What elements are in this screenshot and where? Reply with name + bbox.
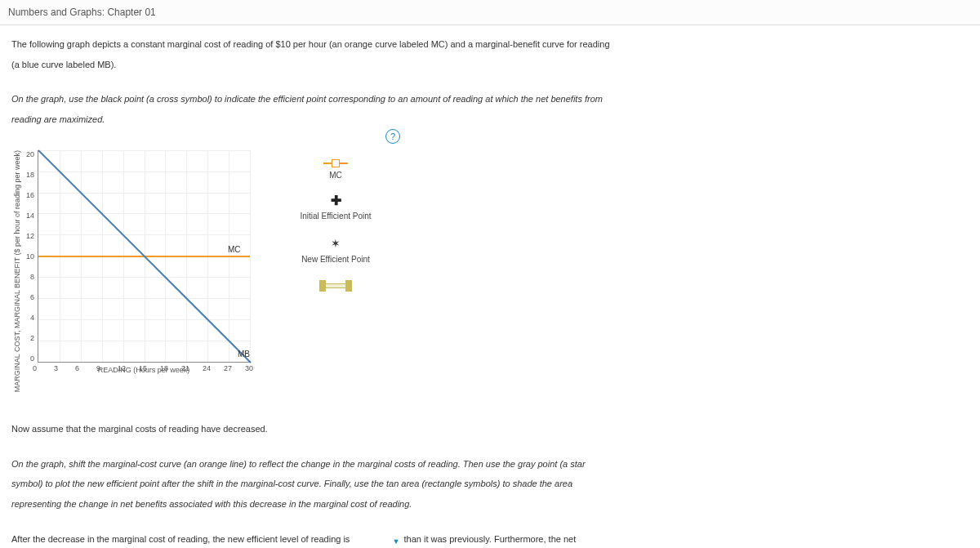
chart-legend: MC ✚ Initial Efficient Point ✶ New Effic… — [283, 157, 389, 310]
legend-initial-label: Initial Efficient Point — [283, 212, 389, 221]
instruction1-line2: reading are maximized. — [11, 112, 969, 127]
x-tick: 12 — [118, 364, 126, 372]
instruction2-line3: representing the change in net benefits … — [11, 497, 969, 512]
y-tick: 18 — [23, 171, 34, 179]
intro-line1: The following graph depicts a constant m… — [11, 37, 969, 52]
y-tick: 0 — [23, 354, 34, 363]
x-tick: 30 — [245, 364, 253, 372]
x-tick: 21 — [181, 364, 189, 372]
page-header: Numbers and Graphs: Chapter 01 — [0, 0, 980, 25]
x-tick: 18 — [160, 364, 168, 372]
mb-label: MB — [238, 350, 250, 359]
y-tick: 16 — [23, 191, 34, 199]
mid-text: Now assume that the marginal costs of re… — [11, 421, 969, 437]
help-icon[interactable]: ? — [385, 129, 400, 144]
cross-icon: ✚ — [331, 194, 341, 207]
legend-mc[interactable]: MC — [283, 157, 389, 180]
y-tick: 20 — [23, 150, 34, 158]
chart-plot[interactable]: MC MB — [38, 150, 250, 363]
x-tick: 15 — [139, 364, 147, 372]
rectangle-icon — [319, 280, 352, 292]
legend-new-label: New Efficient Point — [283, 255, 389, 264]
fill-prefix: After the decrease in the marginal cost … — [11, 534, 350, 544]
x-tick: 6 — [75, 364, 79, 372]
instruction2-line2: symbol) to plot the new efficient point … — [11, 476, 969, 492]
svg-line-0 — [38, 150, 251, 363]
instruction1-line1: On the graph, use the black point (a cro… — [11, 91, 969, 107]
y-tick: 10 — [23, 252, 34, 261]
content-area: The following graph depicts a constant m… — [0, 25, 980, 548]
x-tick: 24 — [203, 364, 211, 372]
y-tick: 2 — [23, 334, 34, 342]
page-title: Numbers and Graphs: Chapter 01 — [8, 7, 972, 18]
intro-line2: (a blue curve labeled MB). — [11, 57, 969, 73]
y-tick: 6 — [23, 293, 34, 301]
x-tick: 3 — [54, 364, 58, 372]
chart-wrap: MARGINAL COST, MARGINAL BENEFIT ($ per h… — [11, 150, 250, 392]
chevron-down-icon: ▼ — [393, 536, 400, 548]
y-axis-label: MARGINAL COST, MARGINAL BENEFIT ($ per h… — [11, 150, 23, 392]
y-tick: 8 — [23, 273, 34, 281]
mc-label: MC — [228, 245, 241, 254]
legend-new-point[interactable]: ✶ New Efficient Point — [283, 237, 389, 264]
y-tick: 14 — [23, 212, 34, 220]
line-handle-icon — [323, 163, 348, 164]
x-tick: 27 — [224, 364, 232, 372]
mb-curve — [38, 150, 251, 363]
y-tick: 12 — [23, 232, 34, 240]
y-axis-ticks: 20 18 16 14 12 10 8 6 4 2 0 — [23, 150, 38, 363]
legend-mc-label: MC — [283, 171, 389, 180]
star-icon: ✶ — [331, 237, 341, 250]
fill-line1: After the decrease in the marginal cost … — [11, 532, 969, 548]
y-tick: 4 — [23, 314, 34, 322]
x-tick: 0 — [33, 364, 37, 372]
legend-initial-point[interactable]: ✚ Initial Efficient Point — [283, 196, 389, 221]
dropdown-comparison[interactable]: ▼ — [352, 536, 401, 548]
graph-row: ? MARGINAL COST, MARGINAL BENEFIT ($ per… — [11, 132, 969, 392]
x-tick: 9 — [96, 364, 100, 372]
instruction2-line1: On the graph, shift the marginal-cost cu… — [11, 457, 969, 472]
legend-shade-area[interactable] — [283, 280, 389, 293]
fill-mid: than it was previously. Furthermore, the… — [404, 534, 577, 544]
mid-text-span: Now assume that the marginal costs of re… — [11, 424, 268, 434]
